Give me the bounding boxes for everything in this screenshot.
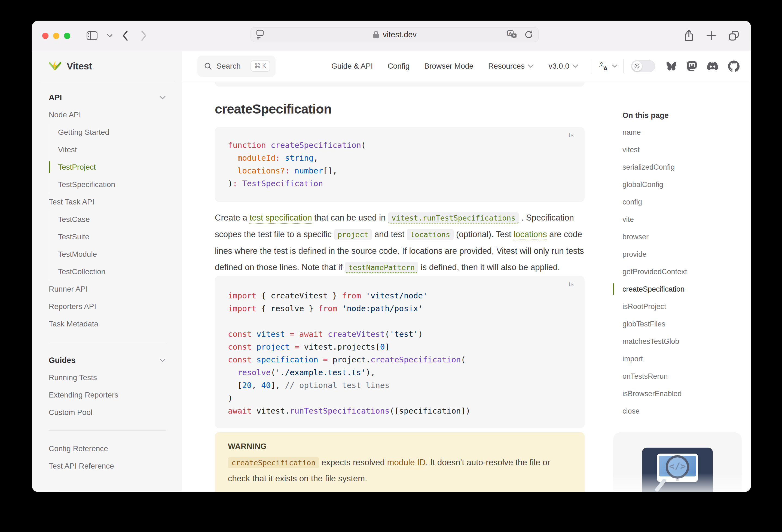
outline-item-globtestfiles[interactable]: globTestFiles <box>623 315 751 333</box>
nav-link-guide-api[interactable]: Guide & API <box>324 62 380 71</box>
sidebar-section-label: API <box>49 93 62 102</box>
new-tab-icon[interactable] <box>706 30 717 41</box>
sidebar-section-api[interactable]: API <box>49 89 166 106</box>
chevron-down-icon <box>612 64 617 68</box>
search-button[interactable]: Search ⌘ K <box>198 56 276 77</box>
zoom-window-button[interactable] <box>64 33 70 39</box>
outline-item-globalconfig[interactable]: globalConfig <box>623 176 751 193</box>
translate-page-icon[interactable]: A 文 <box>507 30 518 39</box>
outline-item-close[interactable]: close <box>623 402 751 420</box>
outline-item-vitest[interactable]: vitest <box>623 141 751 158</box>
sidebar-divider <box>49 430 166 431</box>
minimize-window-button[interactable] <box>53 33 59 39</box>
nav-links: Guide & APIConfigBrowser ModeResourcesv3… <box>324 62 586 71</box>
sidebar-item-testmodule[interactable]: TestModule <box>58 246 166 263</box>
code-link-testnamepattern[interactable]: testNamePattern <box>345 262 418 273</box>
outline-item-browser[interactable]: browser <box>623 228 751 246</box>
sidebar-item-task-metadata[interactable]: Task Metadata <box>49 315 166 333</box>
sidebar-item-testproject[interactable]: TestProject <box>58 158 166 176</box>
sponsor-card[interactable]: </> <box>613 432 742 492</box>
code-line: const specification = project.createSpec… <box>228 353 574 366</box>
nav-link-label: Browser Mode <box>424 62 473 71</box>
sidebar-item-runner-api[interactable]: Runner API <box>49 280 166 298</box>
language-menu[interactable]: 文 A <box>598 61 617 71</box>
outline-item-serializedconfig[interactable]: serializedConfig <box>623 158 751 176</box>
sidebar-item-reporters-api[interactable]: Reporters API <box>49 298 166 315</box>
code-language-label: ts <box>569 131 574 139</box>
code-line: moduleId: string, <box>228 152 574 165</box>
code-line: await vitest.runTestSpecifications([spec… <box>228 404 574 417</box>
site-logo[interactable]: Vitest <box>39 51 175 81</box>
sidebar-item-extending-reporters[interactable]: Extending Reporters <box>49 386 166 404</box>
address-bar[interactable]: vitest.dev A 文 <box>250 27 539 42</box>
outline-item-isrootproject[interactable]: isRootProject <box>623 298 751 315</box>
outline-item-import[interactable]: import <box>623 350 751 367</box>
sidebar-item-vitest[interactable]: Vitest <box>58 141 166 158</box>
close-window-button[interactable] <box>42 33 48 39</box>
code-line: const vitest = await createVitest('test'… <box>228 328 574 341</box>
nav-link-resources[interactable]: Resources <box>481 62 541 71</box>
sidebar-item-testcase[interactable]: TestCase <box>58 211 166 228</box>
chevron-down-icon <box>159 358 166 362</box>
sidebar-item-getting-started[interactable]: Getting Started <box>58 123 166 141</box>
reload-icon[interactable] <box>524 30 533 39</box>
sidebar-group: Getting StartedVitestTestProjectTestSpec… <box>49 123 166 193</box>
sidebar-chevron-down-icon[interactable] <box>107 34 113 38</box>
link-module-id[interactable]: module ID <box>387 458 426 467</box>
sidebar-item-config-reference[interactable]: Config Reference <box>49 440 166 457</box>
code-line: const project = vitest.projects[0] <box>228 341 574 353</box>
site-layout: Vitest APINode APIGetting StartedVitestT… <box>32 51 751 491</box>
outline-item-vite[interactable]: vite <box>623 211 751 228</box>
outline-item-createspecification[interactable]: createSpecification <box>623 280 751 298</box>
sidebar-item-running-tests[interactable]: Running Tests <box>49 369 166 386</box>
code-link-vitest-runtestspecifications[interactable]: vitest.runTestSpecifications <box>388 212 519 223</box>
mastodon-icon[interactable] <box>687 61 697 72</box>
outline-list: namevitestserializedConfigglobalConfigco… <box>623 123 751 420</box>
outline-item-config[interactable]: config <box>623 193 751 211</box>
sidebar-item-custom-pool[interactable]: Custom Pool <box>49 404 166 421</box>
outline-item-ontestsrerun[interactable]: onTestsRerun <box>623 367 751 385</box>
ad-fade <box>613 473 742 492</box>
link-test-specification[interactable]: test specification <box>250 213 312 222</box>
code-line: locations?: number[], <box>228 165 574 177</box>
outline-item-provide[interactable]: provide <box>623 246 751 263</box>
lock-icon <box>372 30 380 39</box>
nav-link-browser-mode[interactable]: Browser Mode <box>417 62 481 71</box>
github-icon[interactable] <box>728 61 740 72</box>
code-line: function createSpecification( <box>228 139 574 152</box>
code-line: ) <box>228 392 574 404</box>
sidebar-item-testsuite[interactable]: TestSuite <box>58 228 166 246</box>
outline-item-matchestestglob[interactable]: matchesTestGlob <box>623 333 751 350</box>
share-icon[interactable] <box>683 29 694 42</box>
outline-item-name[interactable]: name <box>623 123 751 141</box>
svg-text:文: 文 <box>512 34 516 38</box>
outline-item-getprovidedcontext[interactable]: getProvidedContext <box>623 263 751 280</box>
sidebar-item-test-task-api[interactable]: Test Task API <box>49 193 166 211</box>
main-area: Search ⌘ K Guide & APIConfigBrowser Mode… <box>182 51 751 491</box>
sidebar-item-node-api[interactable]: Node API <box>49 106 166 123</box>
tab-overview-icon[interactable] <box>728 30 740 41</box>
sidebar-item-testspecification[interactable]: TestSpecification <box>58 176 166 193</box>
chevron-down-icon <box>527 64 534 68</box>
outline-item-isbrowserenabled[interactable]: isBrowserEnabled <box>623 385 751 402</box>
code-line: ): TestSpecification <box>228 177 574 190</box>
docs-sidebar: Vitest APINode APIGetting StartedVitestT… <box>32 51 182 491</box>
discord-icon[interactable] <box>707 61 718 72</box>
svg-text:A: A <box>603 65 607 71</box>
code-language-label: ts <box>569 280 574 288</box>
sidebar-item-test-api-reference[interactable]: Test API Reference <box>49 457 166 475</box>
page-outline: On this page namevitestserializedConfigg… <box>611 81 751 492</box>
nav-link-config[interactable]: Config <box>380 62 417 71</box>
sidebar-item-testcollection[interactable]: TestCollection <box>58 263 166 280</box>
nav-link-label: Config <box>387 62 410 71</box>
sidebar-toggle-icon[interactable] <box>86 31 98 40</box>
reader-options-icon[interactable] <box>256 29 264 40</box>
forward-button[interactable] <box>141 30 147 41</box>
theme-toggle[interactable] <box>631 60 655 72</box>
link-locations[interactable]: locations <box>513 229 547 239</box>
back-button[interactable] <box>122 30 129 41</box>
sidebar-divider <box>49 342 166 342</box>
bluesky-icon[interactable] <box>666 61 677 71</box>
nav-link-v3-0-0[interactable]: v3.0.0 <box>541 62 586 71</box>
sidebar-section-guides[interactable]: Guides <box>49 352 166 369</box>
